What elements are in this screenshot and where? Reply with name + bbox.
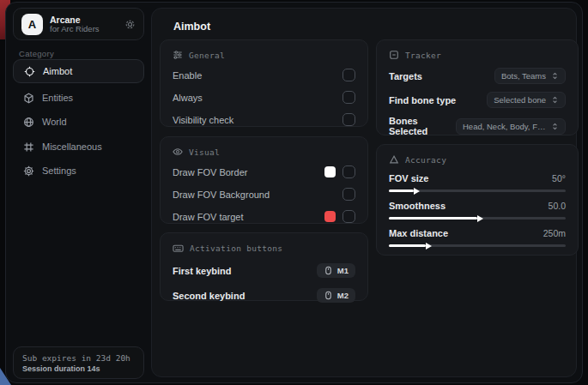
sidebar-item-aimbot[interactable]: Aimbot xyxy=(13,59,144,83)
unfold-arrows-icon xyxy=(551,96,559,104)
sidebar-item-label: Aimbot xyxy=(43,66,72,76)
slider-label: Max distance xyxy=(389,228,448,238)
unfold-arrows-icon xyxy=(551,72,559,80)
draw-fov-background-checkbox[interactable] xyxy=(342,188,355,201)
setting-row: Targets Bots, Teams xyxy=(389,68,566,84)
setting-label: Visibility check xyxy=(173,115,233,125)
mouse-icon xyxy=(324,291,333,300)
slider-label: FOV size xyxy=(389,173,428,183)
setting-label: Targets xyxy=(389,71,422,81)
sidebar-item-label: Settings xyxy=(42,165,76,176)
select-value: Selected bone xyxy=(494,95,546,105)
sidebar-item-settings[interactable]: Settings xyxy=(13,159,144,183)
gear-icon[interactable] xyxy=(124,19,136,30)
keybind-value: M2 xyxy=(337,291,349,300)
panel-visual: Visual Draw FOV Border Draw FOV Backgrou… xyxy=(160,136,368,224)
keyboard-icon xyxy=(173,243,184,254)
targets-select[interactable]: Bots, Teams xyxy=(494,68,566,84)
gear-icon xyxy=(22,165,34,177)
slider-value: 250m xyxy=(543,228,566,238)
panel-title: Activation buttons xyxy=(190,244,282,253)
slider-fill xyxy=(389,217,477,220)
sidebar-item-label: Entities xyxy=(42,93,73,103)
page-title: Aimbot xyxy=(173,21,210,33)
slider-group-fov-size: FOV size 50° xyxy=(389,173,566,192)
setting-label: Always xyxy=(173,93,203,103)
setting-row: Find bone type Selected bone xyxy=(389,92,566,108)
setting-label: Find bone type xyxy=(389,95,456,105)
slider-value: 50.0 xyxy=(549,201,566,211)
slider-thumb[interactable] xyxy=(477,215,483,222)
cube-icon xyxy=(22,93,34,104)
draw-fov-border-checkbox[interactable] xyxy=(342,165,355,178)
panel-accuracy: Accuracy FOV size 50° Smoothne xyxy=(376,144,579,256)
brand-text: Arcane for Arc Riders xyxy=(50,15,118,34)
select-value: Bots, Teams xyxy=(501,71,546,81)
panel-title: General xyxy=(189,51,225,60)
screen: A Arcane for Arc Riders Category xyxy=(0,0,588,385)
panel-title: Accuracy xyxy=(405,155,446,165)
app-window: A Arcane for Arc Riders Category xyxy=(5,2,583,383)
sidebar-item-label: Miscellaneous xyxy=(42,141,102,152)
sidebar-item-miscellaneous[interactable]: Miscellaneous xyxy=(13,135,144,159)
find-bone-type-select[interactable]: Selected bone xyxy=(487,92,566,108)
smoothness-slider[interactable] xyxy=(389,217,566,220)
panel-tracker-header: Tracker xyxy=(389,50,566,60)
setting-label: Draw FOV Background xyxy=(173,189,270,200)
select-value: Head, Neck, Body, Fe... xyxy=(463,122,546,131)
slider-group-smoothness: Smoothness 50.0 xyxy=(389,201,566,220)
main-content: Aimbot General Enable Always xyxy=(151,8,577,377)
grid-icon xyxy=(22,141,34,153)
fov-size-slider[interactable] xyxy=(389,189,566,192)
brand-card: A Arcane for Arc Riders xyxy=(13,8,144,40)
panel-visual-header: Visual xyxy=(173,147,355,157)
slider-label: Smoothness xyxy=(389,201,446,211)
sliders-icon xyxy=(173,50,183,60)
setting-row: Visibility check xyxy=(173,112,355,127)
setting-label: Draw FOV Border xyxy=(173,167,247,177)
session-duration-text: Session duration 14s xyxy=(22,364,135,373)
setting-row: Enable xyxy=(173,68,355,82)
panel-general: General Enable Always Visibility check xyxy=(160,39,368,127)
setting-label: Second keybind xyxy=(173,291,245,301)
panel-title: Visual xyxy=(189,147,220,157)
panel-activation-header: Activation buttons xyxy=(173,243,355,254)
brand-logo: A xyxy=(21,14,43,35)
slider-thumb[interactable] xyxy=(426,243,432,250)
brand-subtitle: for Arc Riders xyxy=(50,25,118,34)
fov-target-color-swatch[interactable] xyxy=(324,211,336,222)
mouse-icon xyxy=(324,266,333,275)
setting-row: First keybind M1 xyxy=(173,263,355,278)
first-keybind-button[interactable]: M1 xyxy=(317,263,355,278)
eye-icon xyxy=(173,147,183,157)
setting-row: Draw FOV Border xyxy=(173,165,355,179)
sidebar-item-entities[interactable]: Entities xyxy=(13,86,144,110)
enable-checkbox[interactable] xyxy=(342,69,355,81)
unfold-arrows-icon xyxy=(551,123,559,130)
sidebar-item-world[interactable]: World xyxy=(13,110,144,134)
panel-title: Tracker xyxy=(405,51,441,60)
sidebar-item-label: World xyxy=(42,117,67,127)
panel-activation-buttons: Activation buttons First keybind M1 Seco… xyxy=(160,232,368,301)
setting-row: Bones Selected Head, Neck, Body, Fe... xyxy=(389,116,566,136)
always-checkbox[interactable] xyxy=(342,91,355,104)
bones-selected-select[interactable]: Head, Neck, Body, Fe... xyxy=(456,118,566,135)
panel-tracker: Tracker Targets Bots, Teams Find bone ty… xyxy=(376,39,579,135)
sub-expiry-text: Sub expires in 23d 20h xyxy=(22,353,135,363)
slider-thumb[interactable] xyxy=(414,188,420,195)
panel-general-header: General xyxy=(173,50,355,60)
second-keybind-button[interactable]: M2 xyxy=(317,288,355,303)
fov-border-color-swatch[interactable] xyxy=(324,166,336,177)
draw-fov-target-checkbox[interactable] xyxy=(342,210,355,223)
keybind-value: M1 xyxy=(337,266,349,275)
slider-group-max-distance: Max distance 250m xyxy=(389,228,566,247)
setting-label: First keybind xyxy=(173,266,231,276)
subscription-card: Sub expires in 23d 20h Session duration … xyxy=(13,346,144,379)
slider-fill xyxy=(389,244,426,247)
setting-row: Draw FOV Background xyxy=(173,187,355,202)
visibility-check-checkbox[interactable] xyxy=(342,113,355,126)
frame-icon xyxy=(389,50,399,60)
setting-label: Bones Selected xyxy=(389,116,456,136)
globe-icon xyxy=(22,117,34,128)
max-distance-slider[interactable] xyxy=(389,244,566,247)
